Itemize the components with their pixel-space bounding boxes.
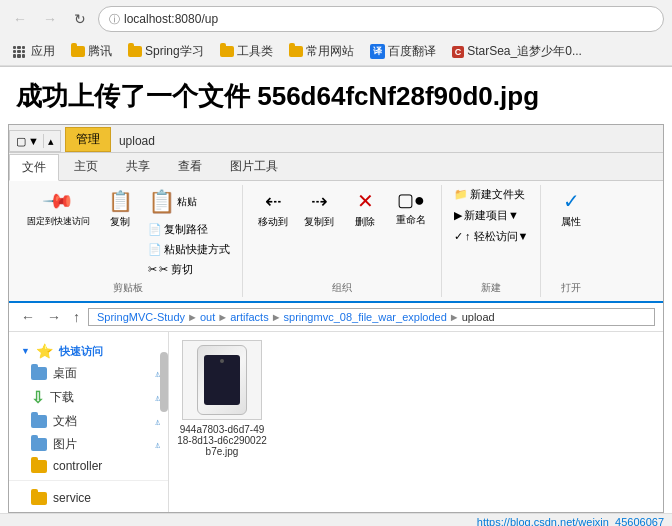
btn-cut[interactable]: ✂ ✂ 剪切 bbox=[144, 260, 234, 279]
copy-to-icon: ⇢ bbox=[311, 189, 328, 213]
new-item-icon: ▶ bbox=[454, 209, 462, 222]
delete-icon: ✕ bbox=[357, 189, 374, 213]
translate-icon: 译 bbox=[370, 44, 385, 59]
tab-picture-tools[interactable]: 图片工具 bbox=[217, 153, 291, 180]
sidebar-quick-access[interactable]: ▼ ⭐ 快速访问 bbox=[9, 340, 168, 362]
breadcrumb-part-2[interactable]: out bbox=[200, 311, 215, 323]
btn-delete[interactable]: ✕ 删除 bbox=[343, 185, 387, 233]
quick-access-expand-icon: ▼ bbox=[21, 346, 30, 356]
status-url: https://blog.csdn.net/weixin_45606067 bbox=[477, 516, 664, 526]
btn-easy-access[interactable]: ✓ ↑ 轻松访问▼ bbox=[450, 227, 532, 246]
ribbon-group-open: ✓ 属性 打开 bbox=[545, 185, 601, 297]
ribbon-tabs-row: ▢ ▼ ▴ 管理 upload bbox=[9, 125, 663, 153]
ribbon-content: 📌 固定到快速访问 📋 复制 📋 粘贴 bbox=[9, 181, 663, 303]
clipboard-label: 剪贴板 bbox=[113, 281, 143, 297]
bookmark-translate[interactable]: 译 百度翻译 bbox=[365, 41, 441, 62]
phone-camera bbox=[220, 359, 224, 363]
btn-properties[interactable]: ✓ 属性 bbox=[549, 185, 593, 233]
bookmarks-bar: 应用 腾讯 Spring学习 工具类 常用网站 译 百度翻译 C StarSea… bbox=[0, 38, 672, 66]
pin-icon: 📌 bbox=[41, 184, 76, 219]
sidebar-documents[interactable]: 文档 ⍋ bbox=[9, 410, 168, 433]
forward-button[interactable]: → bbox=[38, 7, 62, 31]
paste-icon: 📋 bbox=[148, 189, 175, 215]
url-text: localhost:8080/up bbox=[124, 12, 218, 26]
view-toggle[interactable]: ▢ ▼ ▴ bbox=[9, 130, 61, 152]
sidebar-service-partial[interactable]: service bbox=[9, 488, 168, 508]
bookmark-tools-label: 工具类 bbox=[237, 43, 273, 60]
spring-folder-icon bbox=[128, 46, 142, 57]
explorer-body: ▼ ⭐ 快速访问 桌面 ⍋ ⇩ 下载 ⍋ bbox=[9, 332, 663, 512]
open-label: 打开 bbox=[561, 281, 581, 297]
move-to-icon: ⇠ bbox=[265, 189, 282, 213]
sidebar-service-label: service bbox=[53, 491, 91, 505]
bookmark-sites-label: 常用网站 bbox=[306, 43, 354, 60]
bookmark-spring[interactable]: Spring学习 bbox=[123, 41, 209, 62]
bookmark-starsea-label: StarSea_追梦少年0... bbox=[467, 43, 582, 60]
status-bar: https://blog.csdn.net/weixin_45606067 bbox=[0, 513, 672, 526]
tencent-folder-icon bbox=[71, 46, 85, 57]
sidebar-desktop[interactable]: 桌面 ⍋ bbox=[9, 362, 168, 385]
bookmark-translate-label: 百度翻译 bbox=[388, 43, 436, 60]
file-name-0: 944a7803-d6d7-4918-8d13-d6c290022b7e.jpg bbox=[177, 424, 267, 457]
paste-shortcut-icon: 📄 bbox=[148, 243, 162, 256]
tab-share[interactable]: 共享 bbox=[113, 153, 163, 180]
breadcrumb-current: upload bbox=[462, 311, 495, 323]
refresh-button[interactable]: ↻ bbox=[68, 7, 92, 31]
pictures-pin-icon: ⍋ bbox=[155, 440, 160, 450]
sidebar-scrollbar[interactable] bbox=[160, 352, 168, 412]
new-label: 新建 bbox=[481, 281, 501, 297]
explorer-back-btn[interactable]: ← bbox=[17, 307, 39, 327]
bookmark-tencent[interactable]: 腾讯 bbox=[66, 41, 117, 62]
downloads-arrow-icon: ⇩ bbox=[31, 388, 44, 407]
tab-view[interactable]: 查看 bbox=[165, 153, 215, 180]
sidebar-pictures[interactable]: 图片 ⍋ bbox=[9, 433, 168, 456]
btn-move-to[interactable]: ⇠ 移动到 bbox=[251, 185, 295, 233]
documents-pin-icon: ⍋ bbox=[155, 417, 160, 427]
properties-icon: ✓ bbox=[563, 189, 580, 213]
btn-rename[interactable]: ▢● 重命名 bbox=[389, 185, 433, 231]
sidebar-quick-access-label: 快速访问 bbox=[59, 344, 103, 359]
bookmark-spring-label: Spring学习 bbox=[145, 43, 204, 60]
explorer-up-btn[interactable]: ↑ bbox=[69, 307, 84, 327]
bookmark-apps-label: 应用 bbox=[31, 43, 55, 60]
explorer-forward-btn[interactable]: → bbox=[43, 307, 65, 327]
upload-label: upload bbox=[111, 130, 163, 152]
ribbon-subtabs: 文件 主页 共享 查看 图片工具 bbox=[9, 153, 663, 181]
cut-icon: ✂ bbox=[148, 263, 157, 276]
sidebar-controller[interactable]: controller bbox=[9, 456, 168, 476]
btn-pin-quick-access[interactable]: 📌 固定到快速访问 bbox=[21, 185, 96, 232]
tab-manage[interactable]: 管理 bbox=[65, 127, 111, 152]
bookmark-starsea[interactable]: C StarSea_追梦少年0... bbox=[447, 41, 587, 62]
quick-access-star-icon: ⭐ bbox=[36, 343, 53, 359]
explorer-address-bar: ← → ↑ SpringMVC-Study ► out ► artifacts … bbox=[9, 303, 663, 332]
address-bar[interactable]: ⓘ localhost:8080/up bbox=[98, 6, 664, 32]
bookmark-apps[interactable]: 应用 bbox=[8, 41, 60, 62]
sidebar-documents-label: 文档 bbox=[53, 413, 77, 430]
breadcrumb-part-1[interactable]: SpringMVC-Study bbox=[97, 311, 185, 323]
sidebar-downloads[interactable]: ⇩ 下载 ⍋ bbox=[9, 385, 168, 410]
copy-icon: 📋 bbox=[108, 189, 133, 213]
file-item-0[interactable]: 944a7803-d6d7-4918-8d13-d6c290022b7e.jpg bbox=[177, 340, 267, 457]
btn-new-item[interactable]: ▶ 新建项目▼ bbox=[450, 206, 532, 225]
btn-copy[interactable]: 📋 复制 bbox=[98, 185, 142, 233]
tab-home[interactable]: 主页 bbox=[61, 153, 111, 180]
btn-new-folder[interactable]: 📁 新建文件夹 bbox=[450, 185, 532, 204]
breadcrumb-path[interactable]: SpringMVC-Study ► out ► artifacts ► spri… bbox=[88, 308, 655, 326]
tab-file[interactable]: 文件 bbox=[9, 154, 59, 181]
apps-grid-icon bbox=[13, 46, 25, 58]
bookmark-tools[interactable]: 工具类 bbox=[215, 41, 278, 62]
btn-paste-shortcut[interactable]: 📄 粘贴快捷方式 bbox=[144, 240, 234, 259]
breadcrumb-part-4[interactable]: springmvc_08_file_war_exploded bbox=[284, 311, 447, 323]
btn-paste[interactable]: 📋 粘贴 bbox=[144, 185, 234, 219]
btn-copy-path[interactable]: 📄 复制路径 bbox=[144, 220, 234, 239]
btn-copy-to[interactable]: ⇢ 复制到 bbox=[297, 185, 341, 233]
bookmark-sites[interactable]: 常用网站 bbox=[284, 41, 359, 62]
file-thumbnail-0 bbox=[182, 340, 262, 420]
ribbon-group-new: 📁 新建文件夹 ▶ 新建项目▼ ✓ ↑ 轻松访问▼ 新建 bbox=[446, 185, 541, 297]
phone-image bbox=[197, 345, 247, 415]
tools-folder-icon bbox=[220, 46, 234, 57]
breadcrumb-part-3[interactable]: artifacts bbox=[230, 311, 269, 323]
pictures-folder-icon bbox=[31, 438, 47, 451]
ribbon-group-clipboard: 📌 固定到快速访问 📋 复制 📋 粘贴 bbox=[17, 185, 243, 297]
back-button[interactable]: ← bbox=[8, 7, 32, 31]
